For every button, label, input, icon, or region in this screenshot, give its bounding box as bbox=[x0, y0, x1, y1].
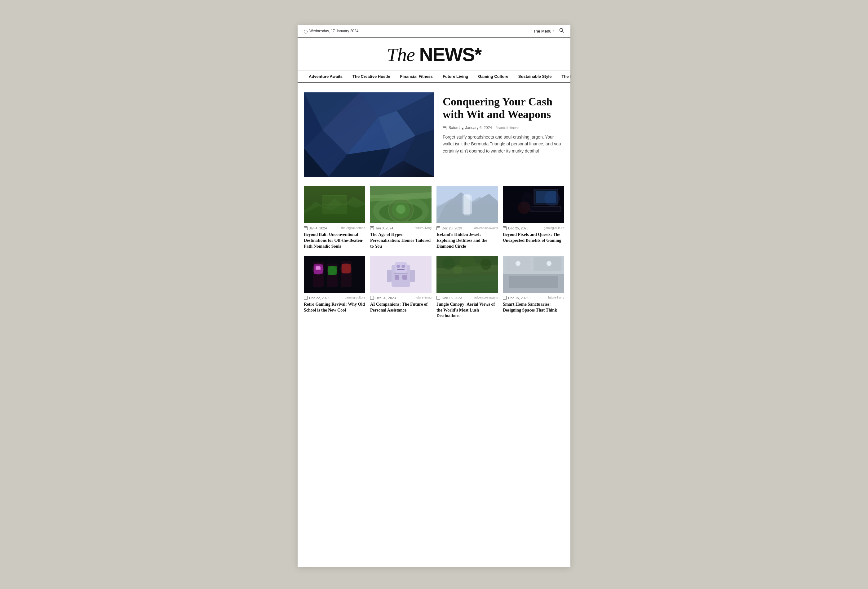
card-3-date-text: Dec 28, 2023 bbox=[442, 226, 462, 230]
svg-point-75 bbox=[442, 257, 455, 270]
svg-point-58 bbox=[327, 266, 337, 275]
nav-item-digital-nomad[interactable]: The Digital Nomad bbox=[557, 70, 570, 83]
card-5-date: Dec 22, 2023 bbox=[304, 295, 329, 300]
top-bar: Wednesday, 17 January 2024 The Menu › bbox=[298, 25, 570, 37]
svg-point-57 bbox=[313, 264, 324, 275]
card-grid-row1: Jan 4, 2024 the-digital-nomad Beyond Bal… bbox=[304, 186, 564, 249]
card-3-cal-icon bbox=[437, 226, 440, 230]
card-8-title: Smart Home Sanctuaries: Designing Spaces… bbox=[503, 302, 564, 313]
card-6-date-text: Dec 20, 2023 bbox=[375, 296, 396, 300]
card-2-meta: Jan 3, 2024 future-living bbox=[370, 226, 431, 230]
svg-rect-62 bbox=[395, 262, 407, 273]
card-8-date-text: Dec 15, 2023 bbox=[508, 296, 528, 300]
card-5-cal-icon bbox=[304, 296, 307, 300]
card-7[interactable]: Dec 18, 2023 adventure-awaits Jungle Can… bbox=[437, 256, 498, 319]
card-8-date: Dec 15, 2023 bbox=[503, 295, 528, 300]
card-1[interactable]: Jan 4, 2024 the-digital-nomad Beyond Bal… bbox=[304, 186, 365, 249]
card-5-image bbox=[304, 256, 365, 293]
card-7-img-placeholder bbox=[437, 256, 498, 293]
card-4-cal-icon bbox=[503, 226, 506, 230]
card-1-date-text: Jan 4, 2024 bbox=[309, 226, 327, 230]
svg-point-85 bbox=[515, 261, 521, 266]
svg-rect-16 bbox=[304, 186, 365, 223]
top-bar-right: The Menu › bbox=[533, 28, 564, 34]
svg-rect-87 bbox=[509, 276, 558, 288]
card-1-category: the-digital-nomad bbox=[341, 226, 365, 230]
card-8-category: future-living bbox=[548, 296, 564, 299]
hero-article[interactable]: Conquering Your Cash with Wit and Weapon… bbox=[304, 92, 564, 177]
card-2-cal-icon bbox=[370, 226, 374, 230]
card-4-meta: Dec 25, 2023 gaming-culture bbox=[503, 226, 564, 230]
svg-point-46 bbox=[544, 190, 560, 206]
svg-line-1 bbox=[562, 31, 564, 33]
svg-rect-69 bbox=[387, 270, 391, 282]
svg-point-86 bbox=[546, 261, 552, 266]
nav-item-adventure-awaits[interactable]: Adventure Awaits bbox=[304, 70, 347, 83]
card-3[interactable]: Dec 28, 2023 adventure-awaits Iceland's … bbox=[437, 186, 498, 249]
hero-category: financial-fitness bbox=[496, 126, 519, 130]
svg-rect-67 bbox=[395, 275, 399, 280]
hero-text: Conquering Your Cash with Wit and Weapon… bbox=[443, 92, 564, 177]
svg-rect-43 bbox=[531, 207, 561, 211]
date-label: Wednesday, 17 January 2024 bbox=[309, 29, 358, 33]
card-5-img-placeholder bbox=[304, 256, 365, 293]
card-4-category: gaming-culture bbox=[544, 226, 564, 230]
card-6[interactable]: Dec 20, 2023 future-living AI Companions… bbox=[370, 256, 431, 319]
card-5-meta: Dec 22, 2023 gaming-culture bbox=[304, 295, 365, 300]
svg-rect-68 bbox=[402, 275, 407, 280]
card-5-category: gaming-culture bbox=[345, 296, 365, 299]
card-3-image bbox=[437, 186, 498, 223]
card-8-img-placeholder bbox=[503, 256, 564, 293]
nav-bar: Adventure Awaits The Creative Hustle Fin… bbox=[298, 70, 570, 83]
title-serif: The bbox=[387, 44, 419, 65]
svg-rect-19 bbox=[322, 195, 347, 214]
card-7-date: Dec 18, 2023 bbox=[437, 295, 462, 300]
svg-rect-70 bbox=[410, 270, 415, 282]
card-4-date-text: Dec 25, 2023 bbox=[508, 226, 528, 230]
card-2-title: The Age of Hyper-Personalization: Homes … bbox=[370, 232, 431, 249]
card-7-meta: Dec 18, 2023 adventure-awaits bbox=[437, 295, 498, 300]
card-2-date: Jan 3, 2024 bbox=[370, 226, 393, 230]
newspaper-container: Wednesday, 17 January 2024 The Menu › Th… bbox=[298, 25, 570, 567]
svg-point-64 bbox=[402, 265, 405, 268]
search-button[interactable] bbox=[559, 28, 564, 34]
svg-point-47 bbox=[518, 202, 530, 214]
svg-point-79 bbox=[470, 263, 483, 275]
hero-excerpt: Forget stuffy spreadsheets and soul-crus… bbox=[443, 134, 564, 154]
card-2[interactable]: Jan 3, 2024 future-living The Age of Hyp… bbox=[370, 186, 431, 249]
nav-item-future-living[interactable]: Future Living bbox=[438, 70, 473, 83]
card-7-image bbox=[437, 256, 498, 293]
svg-point-63 bbox=[397, 265, 400, 268]
main-content: Conquering Your Cash with Wit and Weapon… bbox=[298, 83, 570, 331]
card-1-cal-icon bbox=[304, 226, 307, 230]
card-1-image bbox=[304, 186, 365, 223]
card-2-image bbox=[370, 186, 431, 223]
search-icon bbox=[559, 28, 564, 33]
menu-button[interactable]: The Menu › bbox=[533, 29, 554, 34]
svg-point-45 bbox=[524, 192, 530, 198]
nav-item-sustainable-style[interactable]: Sustainable Style bbox=[513, 70, 557, 83]
svg-marker-74 bbox=[437, 275, 498, 293]
card-7-title: Jungle Canopy: Aerial Views of the World… bbox=[437, 302, 498, 319]
nav-item-financial-fitness[interactable]: Financial Fitness bbox=[395, 70, 437, 83]
hero-title: Conquering Your Cash with Wit and Weapon… bbox=[443, 96, 564, 121]
card-1-img-placeholder bbox=[304, 186, 365, 223]
hero-date-text: Saturday, January 6, 2024 bbox=[449, 125, 492, 130]
card-8[interactable]: Dec 15, 2023 future-living Smart Home Sa… bbox=[503, 256, 564, 319]
card-8-cal-icon bbox=[503, 296, 506, 300]
nav-item-creative-hustle[interactable]: The Creative Hustle bbox=[347, 70, 395, 83]
card-2-category: future-living bbox=[415, 226, 431, 230]
svg-point-59 bbox=[340, 263, 351, 275]
svg-marker-17 bbox=[304, 197, 365, 223]
card-4-img-placeholder bbox=[503, 186, 564, 223]
card-5[interactable]: Dec 22, 2023 gaming-culture Retro Gaming… bbox=[304, 256, 365, 319]
card-4[interactable]: Dec 25, 2023 gaming-culture Beyond Pixel… bbox=[503, 186, 564, 249]
card-3-meta: Dec 28, 2023 adventure-awaits bbox=[437, 226, 498, 230]
card-8-image bbox=[503, 256, 564, 293]
card-6-image bbox=[370, 256, 431, 293]
hero-meta: Saturday, January 6, 2024 financial-fitn… bbox=[443, 125, 564, 130]
card-6-category: future-living bbox=[415, 296, 431, 299]
card-7-cal-icon bbox=[437, 296, 440, 300]
nav-item-gaming-culture[interactable]: Gaming Culture bbox=[473, 70, 513, 83]
card-6-img-placeholder bbox=[370, 256, 431, 293]
